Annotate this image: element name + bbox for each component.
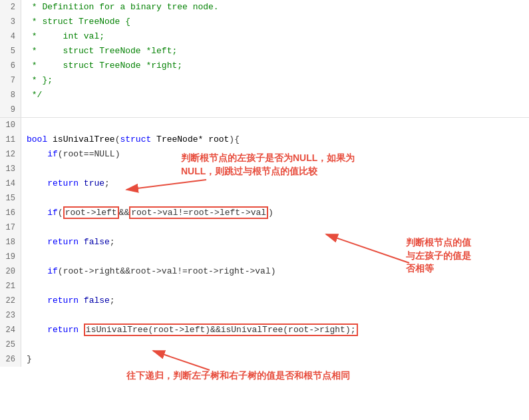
- line-content-4: * int val;: [21, 29, 104, 44]
- line-content-6: * struct TreeNode *right;: [21, 59, 182, 73]
- line-content-20: if(root->right&&root->val!=root->right->…: [21, 264, 275, 279]
- line-number-14: 14: [0, 176, 21, 191]
- line-number-11: 11: [0, 132, 21, 147]
- line-number-4: 4: [0, 29, 21, 44]
- line-content-14: return true;: [21, 176, 110, 191]
- line-number-18: 18: [0, 235, 21, 250]
- line-number-6: 6: [0, 59, 21, 73]
- line-content-7: * };: [21, 73, 53, 88]
- code-line-11: 11 bool isUnivalTree(struct TreeNode* ro…: [0, 132, 529, 147]
- line-content-5: * struct TreeNode *left;: [21, 44, 177, 59]
- line-content-26: }: [21, 352, 32, 367]
- code-container: 2 * Definition for a binary tree node. 3…: [0, 0, 529, 367]
- line-number-13: 13: [0, 162, 21, 176]
- line-number-24: 24: [0, 323, 21, 337]
- line-content-2: * Definition for a binary tree node.: [21, 0, 219, 15]
- line-number-10: 10: [0, 118, 21, 132]
- line-number-15: 15: [0, 191, 21, 206]
- line-content-18: return false;: [21, 235, 115, 250]
- line-number-23: 23: [0, 308, 21, 323]
- line-number-26: 26: [0, 352, 21, 367]
- line-content-12: if(root==NULL): [21, 147, 120, 162]
- code-line-23: 23: [0, 308, 529, 323]
- code-line-2: 2 * Definition for a binary tree node.: [0, 0, 529, 15]
- code-line-8: 8 */: [0, 88, 529, 103]
- line-number-7: 7: [0, 73, 21, 88]
- code-line-5: 5 * struct TreeNode *left;: [0, 44, 529, 59]
- code-line-18: 18 return false;: [0, 235, 529, 250]
- code-line-16: 16 if(root->left&&root->val!=root->left-…: [0, 206, 529, 220]
- code-line-12: 12 if(root==NULL): [0, 147, 529, 162]
- line-number-22: 22: [0, 294, 21, 308]
- code-line-7: 7 * };: [0, 73, 529, 88]
- line-content-22: return false;: [21, 294, 115, 308]
- line-number-5: 5: [0, 44, 21, 59]
- code-line-6: 6 * struct TreeNode *right;: [0, 59, 529, 73]
- code-line-10: 10: [0, 118, 529, 132]
- line-number-12: 12: [0, 147, 21, 162]
- annotation-3: 往下递归，判断左子树和右子树的值是否和根节点相同: [126, 369, 350, 383]
- code-line-15: 15: [0, 191, 529, 206]
- code-line-21: 21: [0, 279, 529, 294]
- code-line-17: 17: [0, 220, 529, 235]
- line-number-8: 8: [0, 88, 21, 103]
- line-number-3: 3: [0, 15, 21, 29]
- line-number-2: 2: [0, 0, 21, 15]
- line-number-25: 25: [0, 337, 21, 352]
- code-line-13: 13: [0, 162, 529, 176]
- line-number-19: 19: [0, 250, 21, 264]
- code-line-25: 25: [0, 337, 529, 352]
- code-line-22: 22 return false;: [0, 294, 529, 308]
- line-content-16: if(root->left&&root->val!=root->left->va…: [21, 206, 273, 220]
- code-line-14: 14 return true;: [0, 176, 529, 191]
- code-line-20: 20 if(root->right&&root->val!=root->righ…: [0, 264, 529, 279]
- line-content-8: */: [21, 88, 42, 103]
- line-content-3: * struct TreeNode {: [21, 15, 130, 29]
- annotation-3-text: 往下递归，判断左子树和右子树的值是否和根节点相同: [126, 369, 350, 383]
- code-line-19: 19: [0, 250, 529, 264]
- code-line-24: 24 return isUnivalTree(root->left)&&isUn…: [0, 323, 529, 337]
- code-line-26: 26 }: [0, 352, 529, 367]
- line-number-17: 17: [0, 220, 21, 235]
- line-number-20: 20: [0, 264, 21, 279]
- code-line-9: 9: [0, 103, 529, 117]
- code-line-3: 3 * struct TreeNode {: [0, 15, 529, 29]
- line-number-9: 9: [0, 103, 21, 117]
- line-content-11: bool isUnivalTree(struct TreeNode* root)…: [21, 132, 240, 147]
- line-number-21: 21: [0, 279, 21, 294]
- code-line-4: 4 * int val;: [0, 29, 529, 44]
- line-content-24: return isUnivalTree(root->left)&&isUniva…: [21, 323, 358, 337]
- line-number-16: 16: [0, 206, 21, 220]
